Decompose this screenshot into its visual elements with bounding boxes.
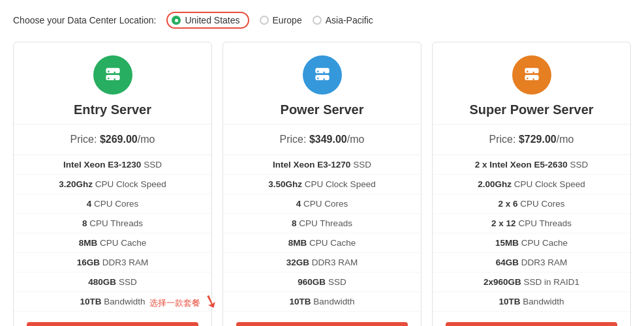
list-item: 2 x Intel Xeon E5-2630 SSD (433, 155, 630, 175)
list-item: 480GB SSD (14, 273, 211, 292)
list-item: 8MB CPU Cache (223, 233, 421, 253)
card-entry-header: Entry Server (14, 42, 211, 125)
entry-features: Intel Xeon E3-1230 SSD 3.20Ghz CPU Clock… (14, 155, 211, 312)
card-power: Power Server Price: $349.00/mo Intel Xeo… (222, 42, 422, 326)
list-item: 8MB CPU Cache (14, 233, 211, 253)
list-item: 4 CPU Cores (223, 194, 421, 214)
location-us[interactable]: United States (166, 12, 249, 29)
entry-footer: 选择一款套餐 ➘ GET THIS SERVER (14, 312, 211, 326)
power-features: Intel Xeon E3-1270 SSD 3.50Ghz CPU Clock… (223, 155, 421, 312)
card-superpower-header: Super Power Server (433, 42, 630, 125)
list-item: 4 CPU Cores (14, 194, 211, 214)
power-title: Power Server (230, 102, 414, 117)
power-footer: GET THIS SERVER (223, 312, 421, 326)
radio-us (172, 16, 181, 25)
list-item: 2.00Ghz CPU Clock Speed (433, 175, 630, 194)
list-item: 10TB Bandwidth (14, 292, 211, 312)
list-item: 2 x 6 CPU Cores (433, 194, 630, 214)
card-superpower: Super Power Server Price: $729.00/mo 2 x… (432, 42, 631, 326)
list-item: 2 x 12 CPU Threads (433, 214, 630, 233)
superpower-icon (512, 55, 551, 95)
list-item: 10TB Bandwidth (433, 292, 630, 312)
superpower-get-button[interactable]: GET THIS SERVER (446, 322, 617, 326)
list-item: 2x960GB SSD in RAID1 (433, 273, 630, 292)
power-get-button[interactable]: GET THIS SERVER (236, 322, 408, 326)
entry-price: Price: $269.00/mo (14, 125, 211, 155)
list-item: 3.20Ghz CPU Clock Speed (14, 175, 211, 194)
list-item: 10TB Bandwidth (223, 292, 421, 312)
list-item: 3.50Ghz CPU Clock Speed (223, 175, 421, 194)
superpower-features: 2 x Intel Xeon E5-2630 SSD 2.00Ghz CPU C… (433, 155, 630, 312)
list-item: 32GB DDR3 RAM (223, 253, 421, 273)
radio-ap (313, 16, 322, 25)
location-bar-label: Choose your Data Center Location: (13, 15, 156, 25)
power-icon (303, 55, 342, 95)
superpower-footer: GET THIS SERVER (433, 312, 630, 326)
list-item: 64GB DDR3 RAM (433, 253, 630, 273)
location-bar: Choose your Data Center Location: United… (13, 7, 631, 37)
list-item: Intel Xeon E3-1230 SSD (14, 155, 211, 175)
list-item: 960GB SSD (223, 273, 421, 292)
list-item: Intel Xeon E3-1270 SSD (223, 155, 421, 175)
superpower-title: Super Power Server (439, 102, 624, 117)
list-item: 15MB CPU Cache (433, 233, 630, 253)
list-item: 8 CPU Threads (223, 214, 421, 233)
entry-get-button[interactable]: GET THIS SERVER (27, 322, 198, 326)
card-entry: Entry Server Price: $269.00/mo Intel Xeo… (13, 42, 212, 326)
cards-container: Entry Server Price: $269.00/mo Intel Xeo… (13, 42, 631, 326)
location-ap-label: Asia-Pacific (326, 15, 373, 25)
entry-title: Entry Server (20, 102, 205, 117)
card-power-header: Power Server (223, 42, 421, 125)
location-ap[interactable]: Asia-Pacific (313, 15, 373, 25)
power-price: Price: $349.00/mo (223, 125, 421, 155)
radio-eu (260, 16, 269, 25)
list-item: 8 CPU Threads (14, 214, 211, 233)
location-eu[interactable]: Europe (260, 15, 302, 25)
location-eu-label: Europe (273, 15, 302, 25)
superpower-price: Price: $729.00/mo (433, 125, 630, 155)
location-us-label: United States (185, 15, 239, 25)
list-item: 16GB DDR3 RAM (14, 253, 211, 273)
entry-icon (93, 55, 132, 95)
